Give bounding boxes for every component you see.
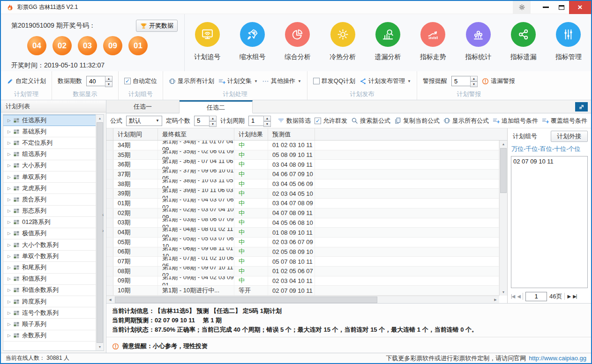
other-actions-dropdown[interactable]: 其他操作▼ (262, 77, 301, 85)
table-row[interactable]: 03期 第1期 - 03期 - 08 06 07 09 02 中 04 05 0… (106, 218, 499, 228)
show-all-formulas-button[interactable]: 显示所有公式 (443, 117, 489, 125)
page-number-input[interactable] (525, 292, 547, 301)
expand-arrow-icon[interactable]: ▷ (7, 220, 11, 224)
custom-plan-button[interactable]: 自定义计划 (7, 77, 46, 85)
table-row[interactable]: 10期 第1期 - 10期进行中... 等开 02 07 09 10 11 (106, 286, 499, 296)
digits-stepper[interactable]: ▲▼ (209, 116, 217, 126)
table-corner-cell[interactable] (106, 128, 113, 140)
scroll-up-icon[interactable]: ▲ (96, 115, 104, 122)
expand-arrow-icon[interactable]: ▷ (7, 231, 11, 236)
expand-panel-button[interactable] (575, 102, 588, 111)
close-button[interactable]: × (569, 1, 591, 14)
expand-arrow-icon[interactable]: ▷ (7, 208, 11, 213)
hot-cold-analysis-icon[interactable]: 冷热分析 (320, 22, 365, 61)
position-header[interactable]: 万位-千位-百位-十位-个位 (511, 143, 588, 156)
sidebar-series-item[interactable]: ▷ 龙虎系列 (3, 183, 96, 194)
indicator-manage-icon[interactable]: 指标管理 (546, 22, 591, 61)
cycle-stepper[interactable]: ▲▼ (263, 116, 271, 126)
sidebar-series-item[interactable]: ▷ 形态系列 (3, 206, 96, 217)
auto-position-toggle[interactable]: 自动定位 (124, 77, 157, 85)
sidebar-splitter[interactable]: ‹› (102, 213, 106, 233)
column-header-result[interactable]: 计划结果 (234, 128, 268, 140)
shrink-group-icon[interactable]: 缩水组号 (230, 22, 275, 61)
first-page-icon[interactable]: |◀ (511, 294, 515, 299)
sidebar-series-item[interactable]: ▷ 单双个数系列 (3, 251, 96, 262)
expand-arrow-icon[interactable]: ▷ (7, 186, 11, 191)
sidebar-series-item[interactable]: ▷ 质合系列 (3, 194, 96, 205)
expand-arrow-icon[interactable]: ▷ (7, 118, 11, 123)
sidebar-series-item[interactable]: ▷ 012路系列 (3, 217, 96, 228)
sidebar-series-item[interactable]: ▷ 基础系列 (3, 126, 96, 137)
spin-up-icon[interactable]: ▲ (105, 76, 112, 82)
publish-manage-dropdown[interactable]: 计划发布管理▼ (360, 77, 411, 85)
last-page-icon[interactable]: ▶| (573, 294, 577, 299)
expand-arrow-icon[interactable]: ▷ (7, 243, 11, 247)
table-row[interactable]: 39期 第1期 - 39期 - 10 11 06 03 01 中 02 03 0… (106, 189, 499, 199)
table-row[interactable]: 06期 第1期 - 06期 - 09 08 11 01 10 中 02 05 0… (106, 247, 499, 257)
scrollbar-thumb[interactable] (500, 148, 507, 193)
indicator-trend-icon[interactable]: 指标走势 (411, 22, 456, 61)
expand-arrow-icon[interactable]: ▷ (7, 254, 11, 259)
spin-up-icon[interactable]: ▲ (470, 76, 478, 82)
scrollbar-thumb[interactable] (115, 297, 377, 303)
table-vertical-scrollbar[interactable]: ▲ ▼ (499, 141, 507, 296)
comprehensive-analysis-icon[interactable]: 综合分析 (275, 22, 320, 61)
draw-data-button[interactable]: 开奖数据 (136, 20, 178, 32)
tab-renxuan-2[interactable]: 任选二 (180, 100, 253, 113)
table-row[interactable]: 37期 第1期 - 37期 - 09 06 10 01 05 中 04 06 0… (106, 170, 499, 179)
sidebar-series-item[interactable]: ▷ 和值余数系列 (3, 285, 96, 296)
data-periods-stepper[interactable]: ▲▼ (105, 76, 112, 86)
column-header-prediction[interactable]: 预测值 (268, 128, 315, 140)
sidebar-series-item[interactable]: ▷ 极值系列 (3, 228, 96, 239)
expand-arrow-icon[interactable]: ▷ (7, 197, 11, 202)
qq-broadcast-checkbox[interactable] (313, 78, 320, 84)
expand-right-icon[interactable]: › (102, 229, 106, 233)
show-all-plans-button[interactable]: 显示所有计划 (169, 77, 214, 85)
expand-arrow-icon[interactable]: ▷ (7, 299, 11, 304)
expand-arrow-icon[interactable]: ▷ (7, 141, 11, 145)
sidebar-series-item[interactable]: ▷ 余数系列 (3, 330, 96, 342)
sidebar-series-item[interactable]: ▷ 大小系列 (3, 160, 96, 171)
sidebar-series-item[interactable]: ▷ 和尾系列 (3, 262, 96, 273)
alert-remind-stepper[interactable]: ▲▼ (470, 76, 478, 86)
scroll-down-icon[interactable]: ▼ (96, 343, 104, 350)
spin-down-icon[interactable]: ▼ (105, 82, 112, 87)
allow-broadcast-toggle[interactable]: 允许群发 (315, 117, 347, 125)
expand-arrow-icon[interactable]: ▷ (7, 311, 11, 315)
column-header-period[interactable]: 计划期间 (113, 128, 158, 140)
spin-up-icon[interactable]: ▲ (263, 116, 271, 121)
minimize-button[interactable] (538, 1, 554, 14)
sidebar-series-item[interactable]: ▷ 大小个数系列 (3, 239, 96, 251)
data-periods-input[interactable] (86, 76, 105, 86)
prev-page-icon[interactable]: ◀ (517, 294, 520, 299)
sidebar-series-item[interactable]: ▷ 和值系列 (3, 274, 96, 285)
plan-intersection-dropdown[interactable]: 计划交集▼ (218, 77, 258, 85)
collapse-left-icon[interactable]: ‹ (102, 213, 106, 217)
digits-input[interactable] (194, 116, 209, 126)
table-row[interactable]: 02期 第1期 - 02期 - 03 07 04 10 09 中 04 07 0… (106, 208, 499, 218)
indicator-omission-icon[interactable]: 指标遗漏 (501, 22, 546, 61)
table-row[interactable]: 01期 第1期 - 01期 - 04 03 07 06 02 中 03 04 0… (106, 199, 499, 208)
tab-renxuan-1[interactable]: 任选一 (106, 101, 180, 113)
formula-select[interactable]: 默认▼ (126, 116, 162, 126)
table-row[interactable]: 07期 第1期 - 07期 - 01 02 10 06 05 中 05 07 0… (106, 257, 499, 267)
sidebar-series-item[interactable]: ▷ 单双系列 (3, 171, 96, 183)
spin-up-icon[interactable]: ▲ (209, 116, 217, 121)
expand-arrow-icon[interactable]: ▷ (7, 322, 11, 327)
sidebar-series-item[interactable]: ▷ 组选系列 (3, 149, 96, 160)
alert-remind-input[interactable] (451, 76, 470, 86)
table-horizontal-scrollbar[interactable]: ◀ ▶ (106, 296, 499, 303)
plan-chase-icon[interactable]: 计划追号 (185, 22, 230, 61)
expand-arrow-icon[interactable]: ▷ (7, 333, 11, 338)
table-row[interactable]: 36期 第1期 - 36期 - 07 04 11 06 08 中 03 04 0… (106, 160, 499, 170)
table-row[interactable]: 34期 第1期 - 34期 - 11 01 07 04 09 中 01 02 0… (106, 141, 499, 150)
scroll-left-icon[interactable]: ◀ (106, 296, 114, 304)
omission-analysis-icon[interactable]: 遗漏分析 (365, 22, 410, 61)
expand-arrow-icon[interactable]: ▷ (7, 175, 11, 179)
tab-plan-external[interactable]: 计划外接 (551, 131, 588, 142)
tab-plan-group[interactable]: 计划组号 (511, 131, 549, 142)
group-numbers-textarea[interactable]: 02 07 09 10 11 (511, 156, 588, 288)
column-header-until[interactable]: 最终截至 (158, 128, 234, 140)
next-page-icon[interactable]: ▶ (567, 294, 570, 299)
allow-broadcast-checkbox[interactable] (315, 118, 321, 124)
